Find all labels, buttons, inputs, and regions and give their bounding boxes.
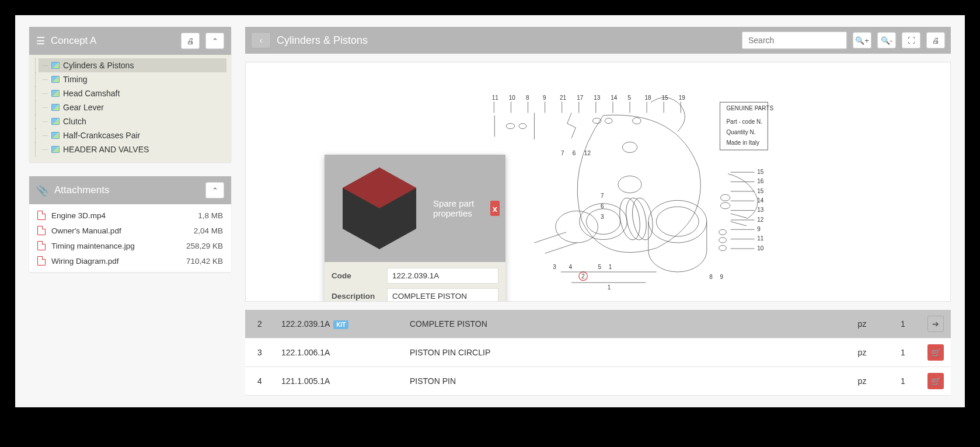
nav-panel: ☰ Concept A 🖨 ⌃ ⋯Cylinders & Pistons⋯Tim… — [29, 27, 231, 162]
print-diagram-button[interactable]: 🖨 — [926, 32, 945, 48]
svg-point-40 — [519, 124, 526, 129]
svg-point-44 — [720, 194, 730, 201]
part-qty: 1 — [885, 342, 920, 363]
fullscreen-button[interactable]: ⛶ — [902, 32, 920, 48]
nav-item-label: HEADER AND VALVES — [63, 145, 149, 154]
part-desc: PISTON PIN — [403, 371, 839, 392]
tree-connector-icon: ⋯ — [42, 146, 48, 153]
cart-icon: 🛒 — [931, 348, 941, 357]
paperclip-icon: 📎 — [36, 184, 48, 197]
attachment-row[interactable]: Owner's Manual.pdf2,04 MB — [29, 223, 231, 238]
add-to-cart-button[interactable]: 🛒 — [927, 373, 944, 389]
svg-point-39 — [506, 124, 515, 129]
app-frame: ☰ Concept A 🖨 ⌃ ⋯Cylinders & Pistons⋯Tim… — [14, 14, 966, 408]
svg-text:Made in Italy: Made in Italy — [726, 139, 759, 146]
nav-item[interactable]: ⋯Clutch — [39, 114, 226, 128]
svg-point-46 — [719, 229, 727, 235]
table-row[interactable]: 3 122.1.006.1A PISTON PIN CIRCLIP pz 1 🛒 — [245, 338, 951, 367]
nav-item[interactable]: ⋯ Half-Crankcases Pair — [39, 128, 226, 142]
svg-point-38 — [556, 211, 598, 243]
svg-text:10: 10 — [757, 245, 764, 252]
part-ref: 4 — [245, 371, 274, 392]
print-icon: 🖨 — [187, 37, 194, 46]
part-ref: 3 — [245, 342, 274, 363]
chevron-up-icon: ⌃ — [212, 37, 218, 46]
add-to-cart-button[interactable]: 🛒 — [927, 344, 944, 361]
svg-text:4: 4 — [569, 264, 573, 270]
image-icon — [51, 90, 60, 97]
page-title: Cylinders & Pistons — [277, 34, 368, 47]
left-column: ☰ Concept A 🖨 ⌃ ⋯Cylinders & Pistons⋯Tim… — [29, 27, 231, 396]
nav-item-label: Cylinders & Pistons — [63, 61, 134, 70]
code-label: Code — [332, 271, 381, 280]
part-unit: pz — [839, 342, 885, 363]
zoom-out-icon: 🔍- — [881, 36, 892, 45]
svg-point-43 — [633, 118, 641, 124]
file-icon — [37, 211, 46, 220]
print-button[interactable]: 🖨 — [181, 33, 200, 49]
nav-item[interactable]: ⋯Cylinders & Pistons — [39, 58, 226, 72]
nav-item[interactable]: ⋯Timing — [39, 72, 226, 86]
zoom-in-button[interactable]: 🔍+ — [853, 32, 871, 48]
image-icon — [51, 76, 60, 83]
popup-header: Spare part properties x — [325, 155, 505, 262]
tree-connector-icon: ⋯ — [42, 104, 48, 111]
zoom-in-icon: 🔍+ — [855, 36, 869, 45]
attachment-name: Owner's Manual.pdf — [51, 226, 121, 235]
svg-text:Part - code N.: Part - code N. — [726, 118, 762, 125]
svg-text:8: 8 — [709, 274, 713, 280]
file-icon — [37, 256, 46, 266]
nav-item[interactable]: ⋯Gear Lever — [39, 100, 226, 114]
nav-panel-header: ☰ Concept A 🖨 ⌃ — [29, 27, 231, 55]
attachment-row[interactable]: Wiring Diagram.pdf710,42 KB — [29, 253, 231, 268]
attachment-row[interactable]: Engine 3D.mp41,8 MB — [29, 208, 231, 223]
nav-item[interactable]: ⋯HEADER AND VALVES — [39, 142, 226, 156]
svg-text:6: 6 — [601, 203, 604, 209]
svg-point-42 — [605, 118, 612, 123]
svg-text:13: 13 — [757, 207, 764, 213]
svg-text:14: 14 — [611, 95, 618, 101]
svg-point-34 — [587, 209, 620, 235]
svg-text:15: 15 — [757, 169, 764, 175]
file-icon — [37, 241, 46, 250]
popup-title: Spare part properties — [433, 198, 481, 218]
table-row[interactable]: 2 122.2.039.1AKIT COMPLETE PISTON pz 1 ➔ — [245, 310, 951, 338]
table-row[interactable]: 4 121.1.005.1A PISTON PIN pz 1 🛒 — [245, 367, 951, 396]
image-icon — [51, 146, 60, 153]
package-icon — [330, 159, 428, 257]
attachments-collapse-button[interactable]: ⌃ — [205, 182, 224, 198]
svg-text:7: 7 — [561, 150, 564, 156]
zoom-out-button[interactable]: 🔍- — [877, 32, 896, 48]
svg-text:1: 1 — [608, 284, 611, 291]
svg-text:9: 9 — [543, 95, 546, 101]
part-code: 122.1.006.1A — [274, 342, 403, 363]
back-button[interactable]: ‹ — [251, 32, 271, 48]
svg-text:3: 3 — [553, 264, 556, 270]
image-icon — [51, 118, 60, 125]
expand-row-button[interactable]: ➔ — [927, 316, 944, 332]
attachment-row[interactable]: Timing maintenance.jpg258,29 KB — [29, 238, 231, 253]
popup-close-button[interactable]: x — [490, 201, 500, 216]
svg-text:16: 16 — [757, 178, 764, 184]
svg-text:1: 1 — [609, 264, 612, 270]
expand-icon: ⛶ — [908, 36, 915, 45]
exploded-diagram[interactable]: 111089211713145181519 GENUINE PARTS Part… — [245, 62, 951, 302]
collapse-button[interactable]: ⌃ — [205, 33, 224, 49]
part-unit: pz — [839, 371, 885, 392]
search-input[interactable] — [742, 32, 847, 49]
part-ref: 2 — [245, 313, 274, 334]
image-icon — [51, 104, 60, 111]
nav-item[interactable]: ⋯Head Camshaft — [39, 86, 226, 100]
svg-text:14: 14 — [757, 197, 764, 204]
tree-connector-icon: ⋯ — [42, 90, 48, 97]
image-icon — [51, 62, 60, 69]
tree-connector-icon: ⋯ — [42, 62, 48, 69]
attachment-name: Timing maintenance.jpg — [51, 242, 135, 250]
attachments-list: Engine 3D.mp41,8 MBOwner's Manual.pdf2,0… — [29, 204, 231, 272]
part-code: 121.1.005.1A — [274, 371, 403, 392]
svg-point-37 — [629, 196, 655, 241]
svg-text:9: 9 — [757, 226, 761, 232]
attachment-size: 258,29 KB — [186, 242, 223, 250]
tree-connector-icon: ⋯ — [42, 132, 48, 139]
svg-text:15: 15 — [757, 188, 764, 194]
